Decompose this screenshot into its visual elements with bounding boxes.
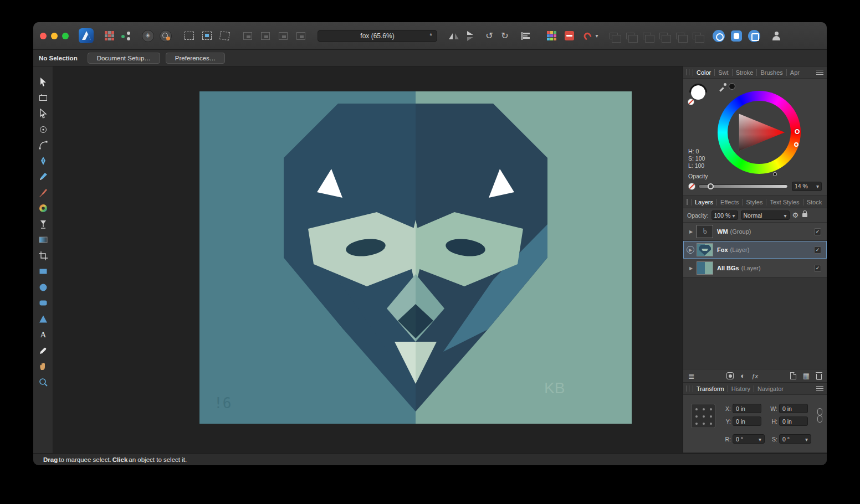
sl-marker[interactable] (794, 142, 798, 147)
new-layer-icon[interactable] (790, 372, 796, 379)
op-intersect-icon[interactable] (640, 29, 653, 43)
edit-all-layers-icon[interactable] (688, 372, 695, 380)
tab-styles[interactable]: Styles (742, 199, 766, 205)
marquee-select-icon[interactable] (182, 29, 196, 43)
tab-swatches[interactable]: Swt (714, 69, 731, 76)
crop-tool[interactable] (34, 248, 53, 264)
insert-replace-icon[interactable] (294, 29, 308, 43)
rotate-ccw-icon[interactable]: ↺ (483, 29, 496, 43)
opacity-slider[interactable] (698, 184, 788, 188)
transparency-tool[interactable] (34, 232, 53, 248)
snapping-caret-icon[interactable] (593, 29, 600, 43)
tab-navigator[interactable]: Navigator (754, 385, 787, 392)
zoom-button[interactable] (62, 33, 69, 39)
lock-icon[interactable] (802, 213, 807, 217)
asset-badge-icon[interactable] (141, 29, 155, 43)
tab-text-styles[interactable]: Text Styles (766, 199, 802, 205)
transform-mode-icon[interactable] (218, 29, 231, 43)
rounded-rectangle-tool[interactable] (34, 295, 53, 311)
triangle-tool[interactable] (34, 311, 53, 327)
close-button[interactable] (40, 33, 47, 39)
y-input[interactable]: 0 in (733, 416, 761, 426)
tab-effects[interactable]: Effects (716, 199, 742, 205)
opacity-slider-knob[interactable] (708, 183, 714, 189)
layer-visibility-checkbox[interactable]: ✓ (814, 246, 821, 254)
stock-badge-icon[interactable] (159, 29, 172, 43)
panel-menu-icon[interactable] (816, 386, 823, 391)
layer-row-all-bgs[interactable]: All BGs (Layer) ✓ (683, 259, 827, 277)
account-person-icon[interactable] (770, 29, 783, 43)
w-input[interactable]: 0 in (779, 404, 808, 413)
marquee-layer-icon[interactable] (200, 29, 213, 43)
panel-menu-icon[interactable] (816, 70, 823, 75)
node-tool[interactable] (34, 106, 53, 122)
r-input[interactable]: 0 ° (733, 434, 765, 444)
rectangle-tool[interactable] (34, 264, 53, 280)
layer-visibility-checkbox[interactable]: ✓ (814, 265, 821, 272)
fill-tool[interactable] (34, 217, 53, 233)
insert-inside-icon[interactable] (277, 29, 290, 43)
text-tool[interactable]: A (34, 327, 53, 343)
minimize-button[interactable] (51, 33, 58, 39)
flip-vertical-icon[interactable] (464, 29, 477, 43)
op-outline-icon[interactable] (690, 29, 703, 43)
rotate-cw-icon[interactable]: ↻ (498, 29, 511, 43)
layer-settings-gear-icon[interactable] (792, 211, 799, 219)
insert-behind-icon[interactable] (241, 29, 254, 43)
snapping-magnet-icon[interactable] (580, 29, 593, 43)
pen-tool[interactable] (34, 153, 53, 169)
hue-marker[interactable] (795, 129, 800, 134)
pencil-tool[interactable] (34, 169, 53, 185)
op-subtract-icon[interactable] (623, 29, 637, 43)
document-title-dropdown[interactable]: fox (65.6%) * (318, 30, 437, 42)
insert-on-top-icon[interactable] (259, 29, 272, 43)
layers-opacity-dropdown[interactable]: 100 % (711, 210, 738, 220)
anchor-point-selector[interactable] (691, 404, 715, 428)
disclosure-triangle-circled-icon[interactable] (687, 246, 694, 254)
tab-appearance[interactable]: Apr (786, 69, 803, 76)
disclosure-triangle-icon[interactable] (687, 229, 695, 234)
panel-grip-icon[interactable] (687, 69, 689, 75)
pixel-persona-icon[interactable] (103, 29, 116, 43)
delete-layer-icon[interactable] (816, 374, 822, 380)
layer-visibility-checkbox[interactable]: ✓ (814, 228, 821, 235)
blend-mode-dropdown[interactable]: Normal (741, 210, 790, 220)
corner-tool[interactable] (34, 137, 53, 153)
panel-grip-icon[interactable] (687, 385, 689, 392)
opacity-none-icon[interactable] (688, 183, 695, 190)
layer-row-fox[interactable]: Fox (Layer) ✓ (683, 241, 827, 259)
mask-layer-icon[interactable] (726, 372, 734, 379)
tab-stock[interactable]: Stock (803, 199, 826, 205)
document-setup-button[interactable]: Document Setup… (88, 53, 160, 64)
share-circle-icon[interactable] (712, 29, 725, 43)
preferences-button[interactable]: Preferences… (166, 53, 226, 64)
sl-marker-secondary[interactable] (773, 172, 777, 176)
link-dimensions-icon[interactable] (817, 408, 822, 423)
color-swatch-grid-icon[interactable] (545, 29, 558, 43)
layer-thumbnail[interactable] (697, 243, 713, 256)
no-fill-icon[interactable] (688, 99, 694, 105)
tab-brushes[interactable]: Brushes (756, 69, 786, 76)
new-pixel-layer-icon[interactable] (803, 372, 810, 380)
x-input[interactable]: 0 in (733, 404, 761, 413)
tab-layers[interactable]: Layers (691, 199, 716, 205)
point-transform-tool[interactable] (34, 122, 53, 138)
hand-tool[interactable] (34, 358, 53, 374)
layer-thumbnail[interactable] (697, 225, 713, 238)
move-tool[interactable] (34, 74, 53, 90)
alignment-icon[interactable] (519, 29, 533, 43)
canvas[interactable]: !6 KB (53, 66, 683, 453)
brush-tool[interactable] (34, 185, 53, 201)
tab-transform[interactable]: Transform (693, 385, 728, 392)
panel-grip-icon[interactable] (687, 199, 688, 205)
hue-wheel[interactable] (718, 91, 801, 174)
layer-effects-icon[interactable] (751, 372, 758, 380)
opacity-value-dropdown[interactable]: 14 % (792, 182, 822, 191)
layer-row-wm[interactable]: WM (Group) ✓ (683, 223, 827, 241)
h-input[interactable]: 0 in (779, 416, 808, 426)
secondary-color-swatch[interactable] (729, 83, 735, 90)
op-divide-icon[interactable] (657, 29, 670, 43)
snapping-preset-icon[interactable] (562, 29, 576, 43)
color-picker-tool[interactable] (34, 343, 53, 359)
zoom-tool[interactable] (34, 374, 53, 390)
